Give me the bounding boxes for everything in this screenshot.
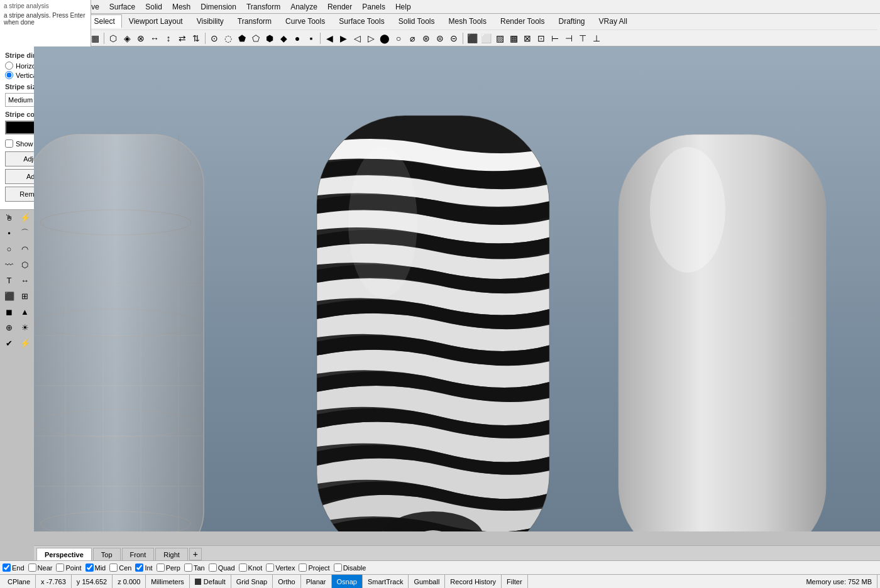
menu-solid[interactable]: Solid [140,1,167,13]
tool-icon-28[interactable]: ○ [392,31,405,45]
grid-snap-button[interactable]: Grid Snap [231,575,273,588]
filter-button[interactable]: Filter [502,575,527,588]
tool-icon-41[interactable]: ⊤ [576,31,590,45]
tool-icon-19[interactable]: ⬢ [263,31,277,45]
tool-icon-18[interactable]: ⬠ [249,31,263,45]
osnap-button[interactable]: Osnap [332,575,363,588]
tool-icon-22[interactable]: ▪ [304,31,318,45]
left-tool-boolean[interactable]: ⊕ [2,320,17,335]
tool-icon-17[interactable]: ⬟ [235,31,249,45]
tool-icon-21[interactable]: ● [290,31,304,45]
tab-render-tools[interactable]: Render Tools [493,14,552,28]
tab-solid-tools[interactable]: Solid Tools [392,14,442,28]
snap-near-checkbox[interactable] [28,564,36,572]
tool-icon-23[interactable]: ◀ [322,31,336,45]
left-tool-point[interactable]: • [2,226,17,241]
tool-icon-36[interactable]: ▩ [507,31,520,45]
snap-mid-checkbox[interactable] [85,564,94,572]
tab-select[interactable]: Select [87,14,122,28]
snap-quad-checkbox[interactable] [209,564,217,572]
tool-icon-20[interactable]: ◆ [277,31,290,45]
gumball-button[interactable]: Gumball [409,575,445,588]
snap-int-checkbox[interactable] [135,564,143,572]
snap-perp-checkbox[interactable] [157,564,165,572]
tool-icon-9[interactable]: ◈ [120,31,134,45]
tool-icon-13[interactable]: ⇄ [175,31,189,45]
tab-curve-tools[interactable]: Curve Tools [278,14,332,28]
tool-icon-37[interactable]: ⊠ [520,31,534,45]
tab-drafting[interactable]: Drafting [552,14,592,28]
left-tool-surface[interactable]: ◼ [2,304,17,319]
left-tool-solid[interactable]: ⬛ [2,288,17,303]
tab-viewport-layout[interactable]: Viewport Layout [122,14,190,28]
viewport-tab-top[interactable]: Top [93,548,121,560]
left-tool-check[interactable]: ✔ [2,335,17,351]
left-tool-circle[interactable]: ○ [2,241,17,256]
left-tool-bolt[interactable]: ⚡ [18,335,33,351]
snap-vertex-checkbox[interactable] [266,564,274,572]
viewport-tab-perspective[interactable]: Perspective [36,548,92,560]
tool-icon-12[interactable]: ↕ [162,31,175,45]
left-tool-text[interactable]: T [2,273,17,288]
viewport-tab-front[interactable]: Front [122,548,155,560]
snap-project-checkbox[interactable] [299,564,307,572]
left-tool-select[interactable]: 🖱 [2,210,17,225]
tool-icon-35[interactable]: ▨ [493,31,507,45]
tool-icon-38[interactable]: ⊡ [534,31,548,45]
tool-icon-16[interactable]: ◌ [221,31,235,45]
menu-render[interactable]: Render [322,1,357,13]
tool-icon-14[interactable]: ⇅ [189,31,203,45]
menu-help[interactable]: Help [390,1,416,13]
tool-icon-30[interactable]: ⊛ [419,31,433,45]
tool-icon-32[interactable]: ⊝ [447,31,461,45]
snap-cen-checkbox[interactable] [109,564,118,572]
tab-transform[interactable]: Transform [231,14,278,28]
tool-icon-39[interactable]: ⊢ [548,31,562,45]
tool-icon-11[interactable]: ↔ [148,31,162,45]
tab-visibility[interactable]: Visibility [190,14,231,28]
tool-icon-29[interactable]: ⌀ [405,31,419,45]
tool-icon-42[interactable]: ⊥ [590,31,603,45]
snap-end-checkbox[interactable] [3,564,11,572]
left-tool-extrude[interactable]: ▲ [18,304,33,319]
tab-vray-all[interactable]: VRay All [592,14,634,28]
tool-icon-25[interactable]: ◁ [350,31,364,45]
tool-icon-34[interactable]: ⬜ [479,31,493,45]
snap-tan-checkbox[interactable] [184,564,192,572]
left-tool-mesh2[interactable]: ⊞ [18,288,33,303]
tool-icon-26[interactable]: ▷ [364,31,378,45]
menu-panels[interactable]: Panels [357,1,390,13]
tab-surface-tools[interactable]: Surface Tools [332,14,392,28]
left-tool-arc[interactable]: ◠ [18,241,33,256]
left-tool-light[interactable]: ☀ [18,320,33,335]
menu-transform[interactable]: Transform [241,1,285,13]
smarttrack-button[interactable]: SmartTrack [363,575,409,588]
menu-surface[interactable]: Surface [104,1,140,13]
menu-mesh[interactable]: Mesh [167,1,195,13]
tool-icon-40[interactable]: ⊣ [562,31,576,45]
tool-icon-27[interactable]: ⬤ [378,31,392,45]
main-viewport[interactable]: Ortho [34,46,880,531]
viewport-tab-right[interactable]: Right [155,548,188,560]
tool-icon-10[interactable]: ⊗ [134,31,148,45]
ortho-button[interactable]: Ortho [273,575,301,588]
left-tool-poly[interactable]: ⬡ [18,257,33,272]
menu-analyze[interactable]: Analyze [285,1,322,13]
menu-dimension[interactable]: Dimension [195,1,241,13]
planar-button[interactable]: Planar [301,575,332,588]
snap-disable-checkbox[interactable] [334,564,342,572]
record-history-button[interactable]: Record History [445,575,502,588]
tool-icon-31[interactable]: ⊜ [433,31,447,45]
tool-icon-15[interactable]: ⊙ [207,31,221,45]
snap-knot-checkbox[interactable] [239,564,247,572]
left-tool-curve[interactable]: ⌒ [18,226,33,241]
left-tool-transform[interactable]: ⚡ [18,210,33,225]
viewport-tab-add[interactable]: + [189,548,202,560]
tool-icon-24[interactable]: ▶ [336,31,350,45]
left-tool-freeform[interactable]: 〰 [2,257,17,272]
tool-icon-8[interactable]: ⬡ [106,31,120,45]
snap-point-checkbox[interactable] [56,564,64,572]
left-tool-dim[interactable]: ↔ [18,273,33,288]
tool-icon-33[interactable]: ⬛ [465,31,479,45]
tab-mesh-tools[interactable]: Mesh Tools [442,14,493,28]
